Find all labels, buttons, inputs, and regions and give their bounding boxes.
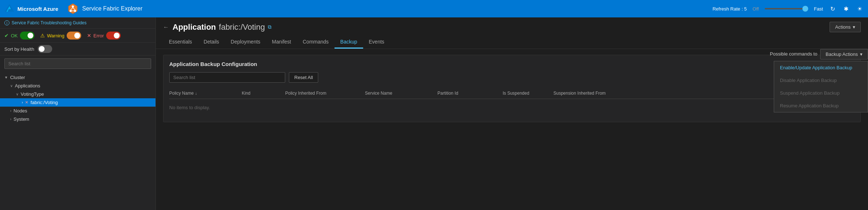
dropdown-overlay: Possible commands to Backup Actions ▾ En… — [770, 49, 868, 112]
brightness-icon[interactable]: ☀ — [856, 4, 864, 14]
error-toggle[interactable] — [106, 32, 121, 40]
tab-deployments[interactable]: Deployments — [225, 36, 266, 49]
fast-label: Fast — [814, 6, 823, 12]
backup-actions-dropdown: Enable/Update Application Backup Disable… — [774, 61, 868, 112]
col-partition: Partition Id — [437, 91, 503, 96]
off-label: Off — [753, 6, 759, 12]
health-warning-filter[interactable]: ⚠ Warning — [40, 32, 81, 40]
collapse-sidebar-btn[interactable]: ← — [163, 24, 169, 30]
app-title-row: ← Application fabric:/Voting ⧉ Actions ▾ — [163, 22, 861, 32]
nav-right: Refresh Rate : 5 Off Fast ↻ ✱ ☀ — [713, 4, 864, 14]
content-header: ← Application fabric:/Voting ⧉ Actions ▾… — [156, 17, 868, 49]
tab-events[interactable]: Events — [363, 36, 390, 49]
sort-health-toggle[interactable] — [38, 45, 52, 53]
sidebar: i Service Fabric Troubleshooting Guides … — [0, 17, 156, 210]
health-error-filter[interactable]: ✕ Error — [87, 32, 121, 40]
inherited-header: Policy Inherited From — [285, 91, 326, 96]
partition-header: Partition Id — [437, 91, 458, 96]
brand-label: Microsoft Azure — [17, 6, 58, 12]
backup-actions-chevron: ▾ — [860, 52, 863, 57]
warning-toggle[interactable] — [67, 32, 81, 40]
tab-backup[interactable]: Backup — [335, 36, 363, 49]
hexagon-icon — [67, 3, 79, 15]
error-label: Error — [94, 33, 104, 38]
app-title-prefix: Application — [173, 22, 216, 32]
suspension-from-header: Suspension Inherited From — [553, 91, 606, 96]
cluster-chevron: ▼ — [4, 75, 8, 79]
tab-essentials[interactable]: Essentials — [163, 36, 198, 49]
guides-label: Service Fabric Troubleshooting Guides — [12, 20, 87, 25]
warning-label: Warning — [47, 33, 65, 38]
col-inherited: Policy Inherited From — [285, 91, 365, 96]
health-filters: ✔ OK ⚠ Warning ✕ Error — [0, 29, 155, 43]
main-layout: i Service Fabric Troubleshooting Guides … — [0, 17, 868, 210]
applications-chevron: ∨ — [10, 84, 13, 88]
svg-marker-2 — [68, 4, 77, 14]
votingtype-chevron: ∨ — [16, 92, 18, 96]
tab-details[interactable]: Details — [198, 36, 225, 49]
resume-backup-item[interactable]: Resume Application Backup — [774, 99, 868, 112]
reset-all-button[interactable]: Reset All — [289, 72, 318, 83]
info-icon: i — [4, 20, 9, 25]
refresh-icon[interactable]: ↻ — [829, 4, 836, 14]
tree-item-nodes[interactable]: › Nodes — [0, 107, 155, 115]
actions-chevron: ▾ — [853, 24, 855, 30]
system-chevron: › — [10, 117, 11, 121]
azure-logo-icon — [4, 4, 14, 14]
tab-commands[interactable]: Commands — [297, 36, 335, 49]
settings-icon[interactable]: ✱ — [842, 4, 850, 14]
ok-toggle[interactable] — [20, 32, 34, 40]
tab-bar: Essentials Details Deployments Manifest … — [163, 36, 861, 49]
refresh-rate-label: Refresh Rate : 5 — [713, 6, 747, 12]
suspended-header: Is Suspended — [503, 91, 529, 96]
actions-label: Actions — [835, 24, 851, 30]
health-ok-filter[interactable]: ✔ OK — [4, 32, 34, 40]
svg-point-3 — [72, 5, 74, 8]
possible-commands-row: Possible commands to Backup Actions ▾ — [770, 49, 868, 59]
warn-icon: ⚠ — [40, 33, 45, 38]
tree-nav: ▼ Cluster ∨ Applications ∨ VotingType › … — [0, 72, 155, 210]
voting-label: fabric:/Voting — [30, 100, 58, 105]
slider-thumb — [802, 6, 808, 12]
kind-header: Kind — [242, 91, 250, 96]
nodes-label: Nodes — [13, 108, 27, 114]
tree-item-cluster[interactable]: ▼ Cluster — [0, 73, 155, 82]
error-knob — [114, 33, 120, 38]
service-header: Service Name — [365, 91, 392, 96]
sort-health-row: Sort by Health — [0, 43, 155, 55]
tree-item-system[interactable]: › System — [0, 115, 155, 123]
disable-backup-item[interactable]: Disable Application Backup — [774, 74, 868, 87]
refresh-slider[interactable] — [765, 8, 808, 9]
col-service: Service Name — [365, 91, 437, 96]
ok-knob — [28, 33, 33, 38]
sidebar-search-input[interactable] — [4, 58, 151, 69]
actions-button[interactable]: Actions ▾ — [830, 22, 861, 32]
enable-update-backup-item[interactable]: Enable/Update Application Backup — [774, 61, 868, 74]
warning-knob — [74, 33, 80, 38]
top-nav: Microsoft Azure Service Fabric Explorer … — [0, 0, 868, 17]
votingtype-label: VotingType — [21, 91, 44, 97]
tree-item-votingtype[interactable]: ∨ VotingType — [0, 90, 155, 98]
nodes-chevron: › — [10, 109, 11, 113]
col-policy-name[interactable]: Policy Name ↓ — [169, 91, 242, 96]
cluster-label: Cluster — [10, 75, 25, 80]
tab-manifest[interactable]: Manifest — [266, 36, 297, 49]
backup-config-section: Application Backup Configuration Reset A… — [163, 55, 861, 122]
section-title: Application Backup Configuration — [169, 61, 855, 67]
tree-item-voting[interactable]: › ✕ fabric:/Voting — [0, 98, 155, 107]
backup-search-input[interactable] — [169, 72, 285, 83]
backup-actions-button[interactable]: Backup Actions ▾ — [820, 49, 868, 59]
tree-item-applications[interactable]: ∨ Applications — [0, 82, 155, 90]
possible-commands-label: Possible commands to — [770, 51, 817, 57]
content-body: Application Backup Configuration Reset A… — [156, 49, 868, 210]
copy-icon[interactable]: ⧉ — [268, 24, 271, 30]
ok-check-icon: ✔ — [4, 33, 9, 38]
azure-brand: Microsoft Azure — [4, 4, 58, 14]
system-label: System — [13, 116, 29, 122]
error-x-icon: ✕ — [87, 33, 91, 38]
table-header: Policy Name ↓ Kind Policy Inherited From… — [169, 88, 855, 99]
col-kind: Kind — [242, 91, 285, 96]
ok-label: OK — [11, 33, 18, 38]
sidebar-guides[interactable]: i Service Fabric Troubleshooting Guides — [0, 17, 155, 29]
suspend-backup-item[interactable]: Suspend Application Backup — [774, 87, 868, 99]
